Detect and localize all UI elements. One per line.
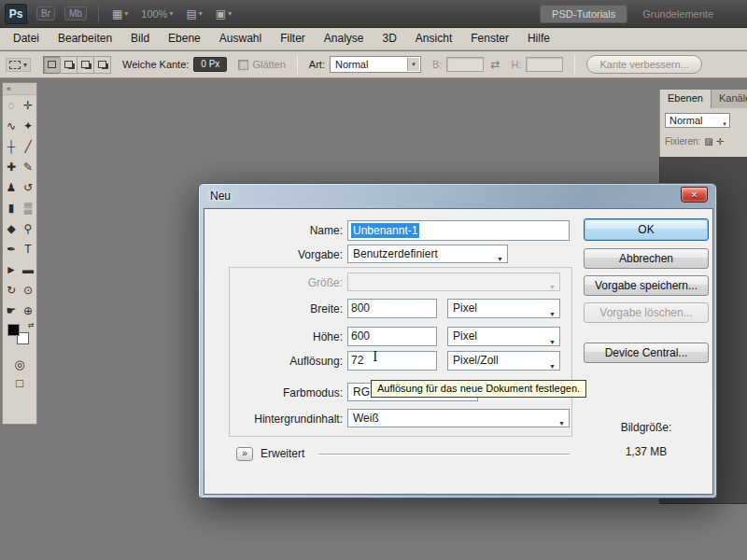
crop-tool[interactable]: ┼ [3, 136, 20, 157]
chevron-down-icon: ▾ [169, 9, 173, 18]
resolution-unit-value: Pixel/Zoll [453, 354, 499, 367]
advanced-expand-button[interactable]: » [236, 447, 253, 461]
zoom-level-button[interactable]: 100% ▾ [141, 8, 173, 20]
lock-icons[interactable]: ▨✛ [704, 136, 726, 147]
dodge-tool[interactable]: ⚲ [20, 218, 36, 239]
name-input[interactable]: Unbenannt-1 [347, 220, 570, 241]
new-selection-icon [48, 61, 56, 68]
feather-input[interactable]: 0 Px [193, 57, 227, 72]
chevron-down-icon: ▼ [549, 279, 556, 291]
screen-mode-button-tools[interactable]: □ [3, 373, 36, 392]
preset-dropdown[interactable]: Benutzerdefiniert ▼ [347, 245, 508, 263]
clone-stamp-tool[interactable]: ♟ [3, 177, 20, 198]
tool-preset-picker[interactable]: ▾ [6, 58, 31, 72]
style-value: Normal [335, 59, 368, 70]
menu-hilfe[interactable]: Hilfe [518, 28, 559, 49]
preset-label: Vorgabe: [208, 245, 343, 265]
hand-tool[interactable]: ☛ [3, 301, 20, 321]
zoom-level-value: 100% [141, 8, 167, 20]
marquee-tool[interactable]: ◌ [3, 95, 20, 116]
chevron-down-icon: ▼ [549, 357, 556, 371]
menu-3d[interactable]: 3D [374, 28, 406, 49]
antialias-checkbox[interactable] [238, 60, 248, 70]
workspace-grundelemente-button[interactable]: Grundelemente [642, 8, 713, 20]
new-selection-button[interactable] [43, 56, 61, 74]
add-to-selection-icon [64, 61, 73, 68]
collapse-panel-button[interactable]: « [3, 83, 36, 95]
gradient-tool[interactable]: ▒ [20, 198, 36, 218]
intersect-selection-button[interactable] [93, 56, 111, 74]
menu-datei[interactable]: Datei [4, 28, 49, 49]
width-unit-dropdown[interactable]: Pixel ▼ [447, 299, 560, 318]
device-central-button[interactable]: Device Central... [584, 343, 709, 363]
menu-auswahl[interactable]: Auswahl [210, 28, 271, 49]
menu-filter[interactable]: Filter [271, 28, 315, 49]
type-tool[interactable]: T [20, 239, 36, 259]
quick-selection-tool[interactable]: ✦ [20, 116, 36, 136]
screen-mode-icon: ▣ [216, 7, 226, 21]
shape-tool[interactable]: ▬ [20, 259, 36, 280]
resolution-input[interactable]: 72 [347, 351, 437, 371]
width-label: B: [432, 59, 442, 70]
resolution-unit-dropdown[interactable]: Pixel/Zoll ▼ [447, 351, 560, 371]
view-extras-button[interactable]: ▦ ▾ [112, 7, 128, 21]
add-to-selection-button[interactable] [60, 56, 78, 74]
menu-ansicht[interactable]: Ansicht [406, 28, 461, 49]
healing-brush-tool[interactable]: ✚ [3, 157, 20, 177]
save-preset-button[interactable]: Vorgabe speichern... [584, 275, 709, 296]
bridge-button[interactable]: Br [36, 7, 55, 21]
tab-kanaele[interactable]: Kanäle [712, 90, 747, 108]
dialog-content: Name: Unbenannt-1 Vorgabe: Benutzerdefin… [204, 208, 713, 495]
preset-value: Benutzerdefiniert [353, 247, 438, 260]
brush-tool[interactable]: ✎ [20, 157, 36, 177]
eraser-tool[interactable]: ▮ [3, 198, 20, 218]
path-selection-tool[interactable]: ► [3, 259, 20, 280]
workspace-psd-tutorials-button[interactable]: PSD-Tutorials [540, 5, 627, 23]
style-dropdown[interactable]: Normal ▼ [330, 56, 421, 73]
zoom-tool[interactable]: ⊕ [20, 301, 36, 321]
3d-rotate-tool[interactable]: ↻ [3, 280, 20, 301]
background-contents-label: Hintergrundinhalt: [208, 410, 343, 429]
refine-edge-button[interactable]: Kante verbessern... [586, 55, 701, 74]
size-dropdown: ▼ [347, 273, 560, 291]
foreground-color-swatch[interactable] [7, 324, 20, 336]
history-brush-tool[interactable]: ↺ [20, 177, 36, 198]
menu-analyse[interactable]: Analyse [315, 28, 374, 49]
name-label: Name: [208, 221, 343, 241]
layers-panel-tabs: Ebenen Kanäle [659, 90, 747, 108]
new-document-dialog: Neu ✕ Name: Unbenannt-1 Vorgabe: Benutze… [198, 183, 717, 498]
minibridge-button[interactable]: Mb [64, 7, 87, 21]
move-tool[interactable]: ✛ [20, 95, 36, 116]
link-dimensions-icon[interactable]: ⇄ [490, 58, 500, 71]
view-extras-icon: ▦ [112, 7, 122, 21]
lock-label: Fixieren: [665, 136, 700, 147]
antialias-label: Glätten [252, 59, 285, 70]
blend-mode-dropdown[interactable]: Normal ▼ [665, 113, 730, 128]
background-contents-dropdown[interactable]: Weiß ▼ [347, 409, 570, 427]
height-input[interactable]: 600 [347, 327, 437, 346]
screen-mode-button[interactable]: ▣ ▾ [216, 7, 232, 21]
menu-bearbeiten[interactable]: Bearbeiten [49, 28, 121, 49]
quick-mask-button[interactable]: ◎ [3, 355, 36, 373]
lasso-tool[interactable]: ∿ [3, 116, 20, 136]
ok-button[interactable]: OK [584, 218, 709, 241]
width-input[interactable]: 800 [347, 299, 437, 318]
tab-ebenen[interactable]: Ebenen [660, 90, 712, 108]
close-button[interactable]: ✕ [681, 187, 708, 203]
arrange-documents-button[interactable]: ▤ ▾ [186, 7, 202, 21]
height-unit-dropdown[interactable]: Pixel ▼ [447, 327, 560, 346]
layers-panel-header: Normal ▼ Fixieren: ▨✛ [659, 108, 747, 157]
subtract-from-selection-button[interactable] [77, 56, 94, 74]
pen-tool[interactable]: ✒ [3, 239, 20, 259]
blur-tool[interactable]: ◆ [3, 218, 20, 239]
dialog-titlebar[interactable]: Neu ✕ [199, 184, 716, 208]
menu-bild[interactable]: Bild [121, 28, 159, 49]
dialog-title: Neu [210, 189, 231, 203]
menu-fenster[interactable]: Fenster [461, 28, 518, 49]
cancel-button[interactable]: Abbrechen [584, 248, 709, 269]
3d-orbit-tool[interactable]: ⊙ [20, 280, 36, 301]
menu-ebene[interactable]: Ebene [159, 28, 210, 49]
swap-colors-icon[interactable]: ⇄ [28, 321, 35, 329]
style-label: Art: [309, 59, 325, 70]
eyedropper-tool[interactable]: ╱ [20, 136, 36, 157]
